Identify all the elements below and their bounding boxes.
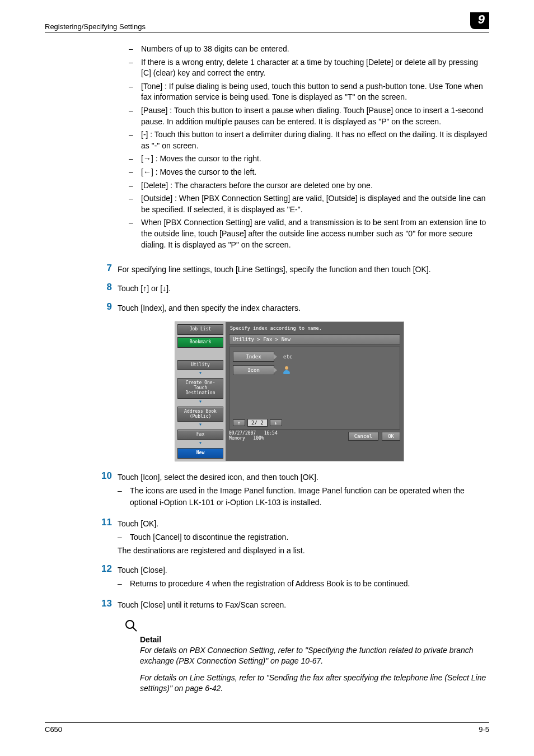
create-destination-button[interactable]: Create One-Touch Destination	[177, 378, 223, 398]
step-text: For specifying line settings, touch [Lin…	[118, 264, 489, 275]
index-value: etc	[283, 354, 292, 360]
footer-left: C650	[45, 725, 62, 734]
footer-mem-label: Memory	[229, 436, 245, 441]
list-item: [Pause] : Touch this button to insert a …	[129, 105, 489, 127]
step-text: Touch [OK].	[118, 518, 489, 529]
list-item: [Delete] : The characters before the cur…	[129, 180, 489, 192]
page-indicator: 2/ 2	[247, 419, 268, 427]
step-text: Touch [Close] until it returns to Fax/Sc…	[118, 599, 489, 610]
device-screenshot: Job List Bookmark Utility ▾ Create One-T…	[175, 321, 404, 461]
step-number: 7	[90, 263, 112, 274]
arrow-down-icon: ▾	[175, 398, 226, 404]
step-13: 13 Touch [Close] until it returns to Fax…	[90, 599, 489, 610]
address-book-button[interactable]: Address Book (Public)	[177, 407, 223, 422]
pager: ↑ 2/ 2 ↓	[233, 419, 282, 427]
bookmark-button[interactable]: Bookmark	[177, 337, 223, 348]
new-button[interactable]: New	[177, 448, 223, 459]
footer-date: 09/27/2007	[229, 431, 256, 436]
user-icon	[283, 366, 291, 374]
section-title: Registering/Specifying Settings	[45, 22, 146, 31]
list-item: [←] : Moves the cursor to the left.	[129, 167, 489, 178]
list-item: The icons are used in the Image Panel fu…	[118, 485, 489, 508]
step-text: Touch [Close].	[118, 564, 489, 576]
step-text: Touch [Index], and then specify the inde…	[118, 302, 489, 314]
step-text: Touch [↑] or [↓].	[118, 283, 489, 294]
list-item: If there is a wrong entry, delete 1 char…	[129, 57, 489, 79]
fax-button[interactable]: Fax	[177, 430, 223, 440]
step-11: 11 Touch [OK]. Touch [Cancel] to discont…	[90, 518, 489, 557]
detail-paragraph: For details on Line Settings, refer to "…	[140, 673, 489, 694]
cancel-button[interactable]: Cancel	[348, 432, 379, 441]
detail-heading: Detail	[140, 635, 489, 644]
list-item: [Tone] : If pulse dialing is being used,…	[129, 81, 489, 103]
step-8: 8 Touch [↑] or [↓].	[90, 283, 489, 294]
step-number: 10	[90, 470, 112, 482]
device-title: Specify index according to name.	[229, 324, 400, 332]
list-item: [→] : Moves the cursor to the right.	[129, 153, 489, 165]
list-item: Touch [Cancel] to discontinue the regist…	[118, 531, 489, 543]
page-up-button[interactable]: ↑	[233, 419, 245, 426]
chapter-number: 9	[470, 12, 489, 29]
page-header: Registering/Specifying Settings 9	[45, 22, 489, 32]
device-sidebar: Job List Bookmark Utility ▾ Create One-T…	[175, 322, 226, 461]
step-number: 8	[90, 282, 112, 293]
page-footer: C650 9-5	[45, 722, 489, 734]
step-10: 10 Touch [Icon], select the desired icon…	[90, 472, 489, 510]
step-9: 9 Touch [Index], and then specify the in…	[90, 302, 489, 314]
step-12: 12 Touch [Close]. Returns to procedure 4…	[90, 564, 489, 592]
list-item: When [PBX Connection Setting] are valid,…	[129, 217, 489, 250]
icon-row: Icon	[233, 365, 396, 375]
step-text: Touch [Icon], select the desired icon, a…	[118, 472, 489, 483]
footer-mem-value: 100%	[253, 436, 264, 441]
arrow-down-icon: ▾	[175, 440, 226, 446]
page-down-button[interactable]: ↓	[270, 419, 282, 426]
step-7: 7 For specifying line settings, touch [L…	[90, 264, 489, 275]
icon-button[interactable]: Icon	[233, 365, 274, 375]
detail-block: Detail For details on PBX Connection Set…	[140, 619, 489, 694]
footer-right: 9-5	[479, 725, 489, 734]
index-row: Index etc	[233, 352, 396, 362]
step-number: 12	[90, 563, 112, 575]
list-item: [-] : Touch this button to insert a deli…	[129, 129, 489, 151]
list-item: [Outside] : When [PBX Connection Setting…	[129, 193, 489, 215]
detail-paragraph: For details on PBX Connection Setting, r…	[140, 645, 489, 667]
step-number: 11	[90, 517, 112, 528]
svg-line-1	[133, 627, 137, 631]
index-button[interactable]: Index	[233, 352, 274, 362]
list-item: Returns to procedure 4 when the registra…	[118, 578, 489, 589]
device-status: 09/27/2007 16:54 Memory 100%	[229, 431, 278, 441]
magnifier-icon	[124, 619, 138, 632]
device-tray: Index etc Icon ↑ 2/ 2 ↓	[229, 347, 400, 430]
ok-button[interactable]: OK	[382, 432, 400, 441]
step-number: 9	[90, 301, 112, 312]
notes-list: Numbers of up to 38 digits can be entere…	[129, 44, 489, 250]
device-breadcrumb: Utility > Fax > New	[229, 334, 400, 344]
main-content: Numbers of up to 38 digits can be entere…	[90, 44, 489, 694]
footer-time: 16:54	[264, 431, 278, 436]
step-note: The destinations are registered and disp…	[118, 545, 489, 556]
step-number: 13	[90, 598, 112, 609]
list-item: Numbers of up to 38 digits can be entere…	[129, 44, 489, 55]
device-main: Specify index according to name. Utility…	[226, 322, 404, 461]
device-footer: 09/27/2007 16:54 Memory 100% Cancel OK	[229, 430, 400, 441]
utility-button[interactable]: Utility	[177, 360, 223, 371]
arrow-down-icon: ▾	[175, 421, 226, 427]
svg-point-0	[126, 620, 134, 628]
arrow-down-icon: ▾	[175, 370, 226, 376]
job-list-button[interactable]: Job List	[177, 324, 223, 335]
